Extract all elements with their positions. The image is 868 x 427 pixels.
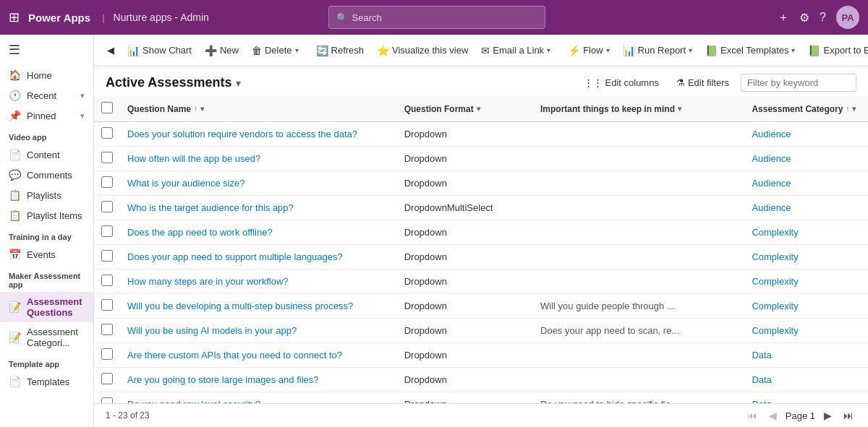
question-name-column[interactable]: Question Name ↑ ▾ xyxy=(120,96,397,122)
assessment-category-cell[interactable]: Complexity xyxy=(744,269,868,294)
row-checkbox[interactable] xyxy=(101,275,113,286)
prev-page-button[interactable]: ◀ xyxy=(766,408,780,423)
question-name-link[interactable]: Does the app need to work offline? xyxy=(127,227,273,238)
edit-filters-button[interactable]: ⚗ Edit filters xyxy=(671,74,735,91)
sidebar-item-assessment-categories[interactable]: 📝 Assessment Categori... xyxy=(0,322,93,353)
category-link[interactable]: Data xyxy=(752,350,771,361)
category-link[interactable]: Audience xyxy=(752,202,791,213)
question-name-cell[interactable]: Are there custom APIs that you need to c… xyxy=(120,343,397,368)
row-checkbox[interactable] xyxy=(101,250,113,262)
category-link[interactable]: Complexity xyxy=(752,301,798,311)
category-link[interactable]: Audience xyxy=(752,153,791,164)
new-button[interactable]: ➕ New xyxy=(199,41,244,60)
sidebar-item-playlists[interactable]: 📋 Playlists xyxy=(0,185,93,205)
question-name-link[interactable]: Who is the target audience for this app? xyxy=(127,202,294,213)
sidebar-item-assessment-questions[interactable]: 📝 Assessment Questions xyxy=(0,292,93,322)
last-page-button[interactable]: ⏭ xyxy=(841,408,856,423)
sidebar-item-templates[interactable]: 📄 Templates xyxy=(0,371,93,392)
question-name-cell[interactable]: Will you be developing a multi-step busi… xyxy=(120,294,397,319)
question-name-cell[interactable]: Will you be using AI models in your app? xyxy=(120,319,397,343)
category-link[interactable]: Complexity xyxy=(752,227,798,238)
question-name-link[interactable]: Will you be developing a multi-step busi… xyxy=(127,301,353,311)
category-link[interactable]: Audience xyxy=(752,178,791,189)
row-checkbox[interactable] xyxy=(101,127,113,139)
sidebar-item-recent[interactable]: 🕐 Recent ▾ xyxy=(0,85,93,105)
assessment-category-cell[interactable]: Complexity xyxy=(744,319,868,343)
excel-templates-button[interactable]: 📗 Excel Templates ▾ xyxy=(699,41,801,60)
question-name-link[interactable]: How often will the app be used? xyxy=(127,153,260,164)
row-checkbox[interactable] xyxy=(101,299,113,311)
select-all-column[interactable] xyxy=(94,96,120,122)
waffle-icon[interactable]: ⊞ xyxy=(9,9,20,25)
keyword-filter-input[interactable] xyxy=(741,74,856,92)
row-checkbox-cell[interactable] xyxy=(94,269,120,294)
row-checkbox[interactable] xyxy=(101,176,113,188)
sidebar-item-home[interactable]: 🏠 Home xyxy=(0,65,93,85)
question-format-column[interactable]: Question Format ▾ xyxy=(397,96,533,122)
row-checkbox[interactable] xyxy=(101,373,113,384)
hamburger-menu[interactable]: ☰ xyxy=(0,35,93,65)
sidebar-item-pinned[interactable]: 📌 Pinned ▾ xyxy=(0,105,93,126)
row-checkbox-cell[interactable] xyxy=(94,147,120,171)
assessment-category-cell[interactable]: Complexity xyxy=(744,245,868,269)
sidebar-item-comments[interactable]: 💬 Comments xyxy=(0,165,93,185)
run-report-button[interactable]: 📊 Run Report ▾ xyxy=(617,41,698,60)
row-checkbox[interactable] xyxy=(101,201,113,212)
row-checkbox[interactable] xyxy=(101,348,113,360)
back-button[interactable]: ◀ xyxy=(101,41,120,59)
assessment-category-cell[interactable]: Audience xyxy=(744,196,868,220)
assessment-category-cell[interactable]: Audience xyxy=(744,171,868,196)
view-title-chevron-icon[interactable]: ▾ xyxy=(236,77,241,89)
add-icon[interactable]: ＋ xyxy=(778,10,789,25)
row-checkbox[interactable] xyxy=(101,324,113,335)
edit-columns-button[interactable]: ⋮⋮ Edit columns xyxy=(578,74,665,91)
assessment-category-cell[interactable]: Data xyxy=(744,368,868,392)
email-link-button[interactable]: ✉ Email a Link ▾ xyxy=(475,41,556,60)
question-name-link[interactable]: Are you going to store large images and … xyxy=(127,374,319,385)
assessment-category-cell[interactable]: Audience xyxy=(744,122,868,147)
show-chart-button[interactable]: 📊 Show Chart xyxy=(122,41,197,60)
question-name-cell[interactable]: Does your solution require vendors to ac… xyxy=(120,122,397,147)
row-checkbox[interactable] xyxy=(101,397,113,403)
assessment-category-column[interactable]: Assessment Category ↑ ▾ xyxy=(744,96,868,122)
refresh-button[interactable]: 🔄 Refresh xyxy=(310,41,370,60)
question-name-cell[interactable]: Does your app need to support multiple l… xyxy=(120,245,397,269)
sidebar-item-playlist-items[interactable]: 📋 Playlist Items xyxy=(0,205,93,225)
question-name-link[interactable]: How many steps are in your workflow? xyxy=(127,276,289,287)
assessment-category-cell[interactable]: Data xyxy=(744,343,868,368)
category-link[interactable]: Complexity xyxy=(752,276,798,287)
question-name-link[interactable]: Will you be using AI models in your app? xyxy=(127,325,297,336)
export-excel-button[interactable]: 📗 Export to Excel ▾ xyxy=(802,41,868,60)
row-checkbox-cell[interactable] xyxy=(94,122,120,147)
row-checkbox[interactable] xyxy=(101,225,113,237)
question-name-cell[interactable]: What is your audience size? xyxy=(120,171,397,196)
flow-button[interactable]: ⚡ Flow ▾ xyxy=(562,41,615,60)
important-things-column[interactable]: Important things to keep in mind ▾ xyxy=(533,96,744,122)
delete-button[interactable]: 🗑 Delete ▾ xyxy=(246,41,305,60)
assessment-category-cell[interactable]: Complexity xyxy=(744,294,868,319)
row-checkbox-cell[interactable] xyxy=(94,294,120,319)
question-name-cell[interactable]: Who is the target audience for this app? xyxy=(120,196,397,220)
question-name-link[interactable]: Are there custom APIs that you need to c… xyxy=(127,350,342,361)
question-name-link[interactable]: What is your audience size? xyxy=(127,178,245,189)
visualize-button[interactable]: ⭐ Visualize this view xyxy=(371,41,474,60)
avatar[interactable]: PA xyxy=(836,6,859,29)
question-name-cell[interactable]: How often will the app be used? xyxy=(120,147,397,171)
question-name-cell[interactable]: Does the app need to work offline? xyxy=(120,220,397,245)
next-page-button[interactable]: ▶ xyxy=(821,408,835,423)
search-box[interactable]: 🔍 Search xyxy=(328,6,545,29)
category-link[interactable]: Data xyxy=(752,374,771,385)
help-icon[interactable]: ? xyxy=(820,11,826,24)
settings-icon[interactable]: ⚙ xyxy=(799,11,809,25)
sidebar-item-content[interactable]: 📄 Content xyxy=(0,145,93,165)
row-checkbox-cell[interactable] xyxy=(94,368,120,392)
assessment-category-cell[interactable]: Data xyxy=(744,392,868,404)
select-all-checkbox[interactable] xyxy=(101,102,113,113)
category-link[interactable]: Complexity xyxy=(752,251,798,262)
question-name-cell[interactable]: Are you going to store large images and … xyxy=(120,368,397,392)
question-name-cell[interactable]: Do you need row level security? xyxy=(120,392,397,404)
question-name-link[interactable]: Does your app need to support multiple l… xyxy=(127,251,343,262)
row-checkbox-cell[interactable] xyxy=(94,392,120,404)
category-link[interactable]: Audience xyxy=(752,129,791,139)
row-checkbox-cell[interactable] xyxy=(94,220,120,245)
